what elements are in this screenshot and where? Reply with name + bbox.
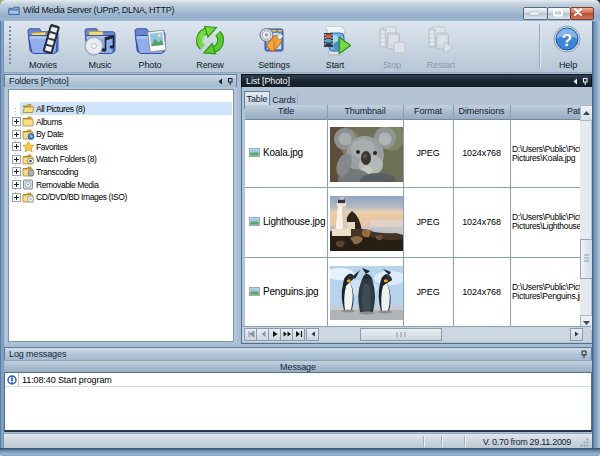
svg-text:?: ? bbox=[562, 31, 572, 50]
